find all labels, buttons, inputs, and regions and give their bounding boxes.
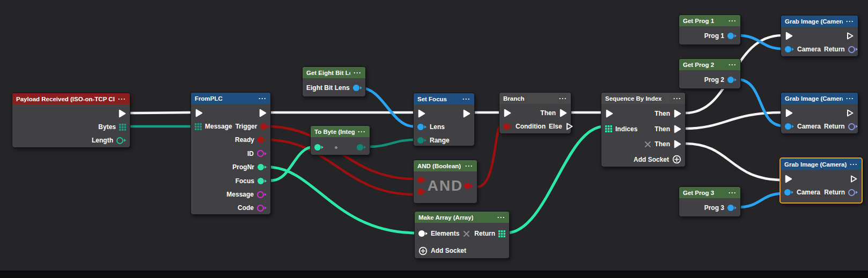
and-output-pin[interactable] bbox=[464, 183, 473, 189]
eight-bit-lens-output-pin[interactable] bbox=[353, 85, 362, 91]
then-3-exec-out-pin[interactable] bbox=[673, 140, 681, 148]
node-header[interactable]: Set Focus··· bbox=[414, 93, 474, 104]
node-header[interactable]: Get Prog 1··· bbox=[679, 15, 740, 26]
node-set-focus[interactable]: Set Focus···LensRange bbox=[413, 93, 475, 146]
exec-out-pin[interactable] bbox=[846, 32, 854, 40]
node-menu-icon[interactable]: ··· bbox=[259, 96, 267, 101]
then-1-exec-out-pin[interactable] bbox=[673, 109, 681, 118]
prog-3-output-pin[interactable] bbox=[727, 205, 737, 211]
exec-out-pin[interactable] bbox=[259, 109, 267, 117]
node-to-byte[interactable]: To Byte (Integer)··· bbox=[310, 125, 370, 155]
node-menu-icon[interactable]: ··· bbox=[729, 18, 737, 24]
node-and-boolean[interactable]: AND (Boolean)···AND bbox=[413, 160, 477, 204]
range-input-pin[interactable] bbox=[417, 137, 426, 144]
node-header[interactable]: Grab Image (Camera)··· bbox=[781, 16, 858, 27]
exec-in-pin[interactable] bbox=[605, 109, 613, 118]
exec-out-pin[interactable] bbox=[846, 109, 854, 117]
exec-out-pin[interactable] bbox=[462, 109, 470, 118]
and-input-pin-1[interactable] bbox=[417, 177, 426, 183]
exec-out-pin[interactable] bbox=[118, 109, 126, 118]
remove-socket-icon[interactable] bbox=[644, 141, 651, 148]
node-menu-icon[interactable]: ··· bbox=[118, 96, 126, 102]
node-graph-canvas[interactable]: Payload Received (ISO-on-TCP Client)···B… bbox=[0, 0, 868, 278]
add-socket-icon[interactable] bbox=[418, 246, 428, 256]
node-header[interactable]: Grab Image (Camera)··· bbox=[781, 93, 858, 104]
node-get-prog-3[interactable]: Get Prog 3···Prog 3 bbox=[679, 186, 741, 217]
return-output-pin[interactable] bbox=[848, 46, 858, 53]
then-2-exec-out-pin[interactable] bbox=[673, 125, 681, 133]
camera-input-pin[interactable] bbox=[784, 189, 793, 196]
node-header[interactable]: To Byte (Integer)··· bbox=[311, 126, 370, 137]
node-menu-icon[interactable]: ··· bbox=[673, 96, 681, 101]
node-menu-icon[interactable]: ··· bbox=[729, 190, 737, 196]
elements-input-pin[interactable] bbox=[418, 230, 428, 237]
node-get-eight-bit-lens[interactable]: Get Eight Bit Lens···Eight Bit Lens bbox=[302, 66, 366, 97]
indices-input-pin[interactable] bbox=[605, 125, 612, 132]
node-make-array[interactable]: Make Array (Array)···ElementsReturnAdd S… bbox=[414, 211, 510, 259]
node-get-prog-1[interactable]: Get Prog 1···Prog 1 bbox=[679, 14, 741, 45]
node-header[interactable]: Payload Received (ISO-on-TCP Client)··· bbox=[12, 93, 130, 104]
lens-input-pin[interactable] bbox=[417, 124, 426, 130]
node-menu-icon[interactable]: ··· bbox=[729, 62, 737, 67]
node-header[interactable]: Get Prog 3··· bbox=[679, 187, 740, 198]
node-get-prog-2[interactable]: Get Prog 2···Prog 2 bbox=[679, 58, 741, 89]
condition-input-pin[interactable] bbox=[503, 123, 512, 130]
and-input-pin-2[interactable] bbox=[417, 189, 426, 195]
node-menu-icon[interactable]: ··· bbox=[846, 19, 854, 24]
exec-in-pin[interactable] bbox=[417, 109, 425, 118]
return-output-pin[interactable] bbox=[848, 189, 858, 196]
node-grab-image-camera-2[interactable]: Grab Image (Camera)···CameraReturn bbox=[781, 92, 858, 134]
add-socket-icon[interactable] bbox=[672, 155, 681, 164]
node-header[interactable]: Make Array (Array)··· bbox=[415, 212, 509, 223]
node-header[interactable]: Sequence By Index··· bbox=[601, 93, 685, 104]
ready-output-pin[interactable] bbox=[258, 137, 267, 143]
length-output-pin[interactable] bbox=[116, 137, 126, 144]
node-menu-icon[interactable]: ··· bbox=[358, 129, 366, 134]
exec-out-pin[interactable] bbox=[850, 175, 858, 183]
id-output-pin[interactable] bbox=[257, 150, 267, 157]
trigger-output-pin[interactable] bbox=[260, 123, 269, 130]
node-branch[interactable]: Branch···ThenConditionElse bbox=[499, 92, 571, 134]
prog-2-output-pin[interactable] bbox=[727, 77, 737, 83]
node-header[interactable]: Get Prog 2··· bbox=[679, 59, 740, 70]
exec-in-pin[interactable] bbox=[784, 175, 792, 183]
exec-in-pin[interactable] bbox=[785, 32, 793, 40]
node-grab-image-camera-1[interactable]: Grab Image (Camera)···CameraReturn bbox=[781, 15, 858, 57]
node-menu-icon[interactable]: ··· bbox=[850, 162, 858, 167]
node-menu-icon[interactable]: ··· bbox=[846, 96, 854, 101]
value-input-pin[interactable] bbox=[314, 144, 323, 151]
node-menu-icon[interactable]: ··· bbox=[465, 163, 473, 169]
remove-socket-icon[interactable] bbox=[463, 230, 470, 237]
focus-output-pin[interactable] bbox=[258, 178, 267, 184]
return-output-pin[interactable] bbox=[848, 123, 858, 130]
camera-input-pin[interactable] bbox=[785, 46, 794, 52]
exec-in-pin[interactable] bbox=[503, 109, 511, 117]
node-menu-icon[interactable]: ··· bbox=[497, 215, 505, 220]
return-output-pin[interactable] bbox=[498, 230, 505, 237]
node-header[interactable]: Branch··· bbox=[499, 93, 571, 104]
node-header[interactable]: Get Eight Bit Lens··· bbox=[303, 67, 365, 78]
camera-input-pin[interactable] bbox=[785, 123, 794, 130]
node-from-plc[interactable]: FromPLC···MessageTriggerReadyIDProgNrFoc… bbox=[190, 92, 271, 215]
exec-in-pin[interactable] bbox=[195, 109, 203, 117]
node-menu-icon[interactable]: ··· bbox=[462, 96, 470, 102]
node-sequence-by-index[interactable]: Sequence By Index···ThenIndicesThenThenA… bbox=[601, 92, 686, 167]
node-menu-icon[interactable]: ··· bbox=[354, 70, 362, 76]
then-exec-out-pin[interactable] bbox=[559, 109, 567, 117]
byte-output-pin[interactable] bbox=[357, 144, 366, 151]
code-output-pin[interactable] bbox=[257, 205, 267, 212]
node-payload-received[interactable]: Payload Received (ISO-on-TCP Client)···B… bbox=[12, 93, 130, 148]
bytes-output-pin[interactable] bbox=[119, 124, 126, 131]
node-menu-icon[interactable]: ··· bbox=[559, 96, 567, 101]
node-header[interactable]: Grab Image (Camera)··· bbox=[781, 159, 862, 170]
else-exec-out-pin[interactable] bbox=[565, 122, 573, 131]
message-input-pin[interactable] bbox=[195, 123, 202, 130]
message-output-pin[interactable] bbox=[257, 191, 267, 198]
prog-1-output-pin[interactable] bbox=[727, 33, 737, 39]
node-grab-image-camera-3[interactable]: Grab Image (Camera)···CameraReturn bbox=[779, 157, 863, 204]
exec-in-pin[interactable] bbox=[785, 109, 793, 117]
node-header[interactable]: FromPLC··· bbox=[191, 93, 270, 104]
prognr-output-pin[interactable] bbox=[258, 164, 267, 170]
node-header[interactable]: AND (Boolean)··· bbox=[414, 160, 477, 171]
collapsed-dot-icon[interactable] bbox=[335, 146, 337, 149]
